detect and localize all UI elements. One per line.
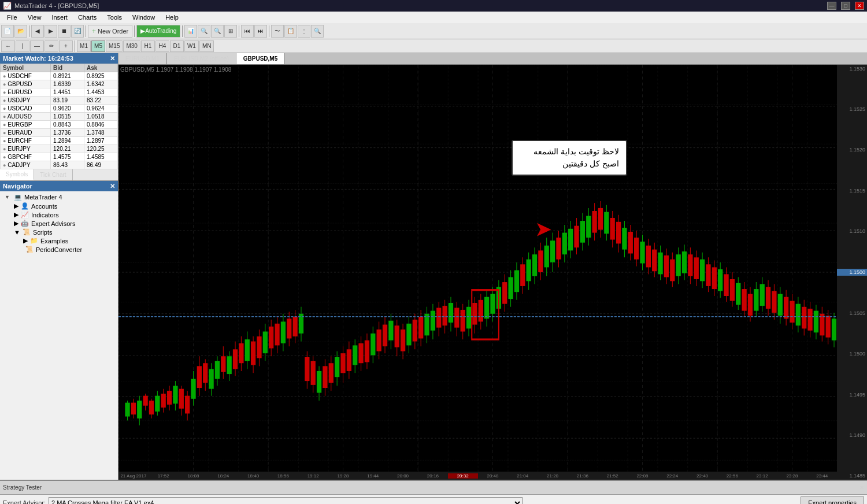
market-watch-row[interactable]: ● USDJPY 83.19 83.22	[1, 97, 118, 105]
market-watch-row[interactable]: ● EURAUD 1.3736 1.3748	[1, 129, 118, 137]
period-mn[interactable]: MN	[199, 40, 214, 52]
market-watch-row[interactable]: ● EURJPY 120.21 120.25	[1, 145, 118, 153]
market-watch-row[interactable]: ● GBPUSD 1.6339 1.6342	[1, 80, 118, 88]
col-ask: Ask	[84, 64, 118, 72]
indicator-btn[interactable]: 〜	[271, 25, 284, 38]
sep5	[239, 25, 239, 37]
nav-item-scripts[interactable]: ▼ 📜 Scripts	[12, 228, 118, 236]
menu-insert[interactable]: Insert	[47, 13, 72, 22]
period-d1[interactable]: D1	[170, 40, 184, 52]
time-8: 19:28	[328, 473, 358, 479]
svg-rect-152	[520, 264, 525, 286]
period-m30[interactable]: M30	[123, 40, 140, 52]
scroll-left-btn[interactable]: ⏮	[241, 25, 254, 38]
stop-btn[interactable]: ⏹	[58, 25, 71, 38]
svg-rect-90	[335, 357, 339, 377]
mw-ask: 1.6342	[84, 80, 118, 88]
market-watch-row[interactable]: ● GBPCHF 1.4575 1.4585	[1, 153, 118, 161]
search-btn2[interactable]: 🔍	[311, 25, 324, 38]
svg-rect-176	[592, 211, 596, 233]
tab-gbpusd-m5[interactable]: GBPUSD,M5	[236, 53, 285, 64]
maximize-button[interactable]: □	[841, 2, 850, 10]
time-22: 23:12	[747, 473, 777, 479]
scroll-right-btn[interactable]: ⏭	[254, 25, 267, 38]
menu-window[interactable]: Window	[128, 13, 160, 22]
market-watch-row[interactable]: ● EURGBP 0.8843 0.8846	[1, 121, 118, 129]
period-converter-icon: 📜	[25, 246, 34, 253]
market-watch-row[interactable]: ● AUDUSD 1.0515 1.0518	[1, 113, 118, 121]
nav-item-examples[interactable]: ▶ 📁 Examples	[21, 236, 118, 245]
market-watch-row[interactable]: ● USDCHF 0.8921 0.8925	[1, 72, 118, 80]
market-watch-row[interactable]: ● EURCHF 1.2894 1.2897	[1, 137, 118, 145]
svg-rect-22	[131, 403, 136, 415]
expert-properties-button[interactable]: Expert properties	[801, 496, 864, 504]
market-watch-close[interactable]: ✕	[110, 55, 115, 62]
period-m1[interactable]: M1	[77, 40, 91, 52]
new-btn[interactable]: 📄	[1, 25, 14, 38]
open-btn[interactable]: 📂	[14, 25, 27, 38]
menu-charts[interactable]: Charts	[73, 13, 101, 22]
new-order-button[interactable]: +New Order	[88, 25, 132, 38]
tab-eurusd-m1[interactable]: EURUSD,M1	[118, 53, 167, 64]
menu-file[interactable]: File	[2, 13, 22, 22]
market-watch-row[interactable]: ● CADJPY 86.43 86.49	[1, 161, 118, 169]
draw-btn[interactable]: ✏	[45, 40, 58, 52]
svg-rect-82	[311, 361, 316, 385]
zoom-in-btn[interactable]: 🔍	[198, 25, 210, 38]
expand-ea: ▶	[14, 220, 18, 227]
menu-tools[interactable]: Tools	[102, 13, 127, 22]
grid-btn[interactable]: ⊞	[224, 25, 237, 38]
tab-eurusd-m2[interactable]: EURUSD,M2 (offline)	[167, 53, 236, 64]
tab-tick-chart[interactable]: Tick Chart	[34, 169, 72, 180]
ea-dropdown[interactable]: 2 MA Crosses Mega filter EA V1.ex4	[49, 497, 523, 504]
chart-line-btn[interactable]: 📊	[184, 25, 197, 38]
zoom-out-btn[interactable]: 🔍	[211, 25, 224, 38]
market-watch-row[interactable]: ● USDCAD 0.9620 0.9624	[1, 105, 118, 113]
minus-btn[interactable]: —	[30, 40, 44, 52]
period-h4[interactable]: H4	[155, 40, 169, 52]
period-sep-btn[interactable]: ⋮	[298, 25, 310, 38]
period-h1[interactable]: H1	[141, 40, 155, 52]
prev-btn[interactable]: ◀	[31, 25, 44, 38]
svg-rect-178	[598, 208, 603, 230]
refresh-btn[interactable]: 🔄	[71, 25, 84, 38]
template-btn[interactable]: 📋	[284, 25, 297, 38]
market-watch-row[interactable]: ● EURUSD 1.4451 1.4453	[1, 88, 118, 97]
svg-rect-218	[718, 269, 722, 291]
cross-btn[interactable]: +	[59, 40, 73, 52]
nav-item-mt4[interactable]: ▼ 💻 MetaTrader 4	[0, 192, 118, 202]
svg-rect-122	[431, 311, 435, 331]
period-m5[interactable]: M5	[91, 40, 105, 52]
svg-rect-158	[538, 250, 543, 272]
arrow-left-btn[interactable]: ←	[1, 40, 15, 52]
period-m15[interactable]: M15	[106, 40, 123, 52]
svg-rect-26	[143, 396, 147, 406]
chart-canvas[interactable]: GBPUSD,M5 1.1907 1.1908 1.1907 1.1908	[118, 65, 867, 480]
chart-info: GBPUSD,M5 1.1907 1.1908 1.1907 1.1908	[120, 66, 231, 73]
period-w1[interactable]: W1	[184, 40, 199, 52]
nav-item-indicators[interactable]: ▶ 📈 Indicators	[12, 210, 118, 219]
arrow-right-btn[interactable]: |	[16, 40, 29, 52]
time-21: 22:56	[717, 473, 747, 479]
nav-label-examples: Examples	[40, 238, 68, 244]
minimize-button[interactable]: —	[827, 2, 836, 10]
market-watch-header: Market Watch: 16:24:53 ✕	[0, 53, 118, 64]
nav-item-expert-advisors[interactable]: ▶ 🤖 Expert Advisors	[12, 219, 118, 228]
nav-item-accounts[interactable]: ▶ 👤 Accounts	[12, 202, 118, 210]
next-btn[interactable]: ▶	[45, 25, 57, 38]
menu-view[interactable]: View	[23, 13, 46, 22]
menu-help[interactable]: Help	[161, 13, 183, 22]
st-close[interactable]: ✕	[859, 484, 864, 491]
svg-rect-196	[652, 250, 657, 272]
tab-symbols[interactable]: Symbols	[0, 169, 34, 180]
expand-examples: ▶	[23, 237, 28, 244]
mw-ask: 0.8846	[84, 121, 118, 129]
svg-rect-244	[796, 304, 801, 326]
col-bid: Bid	[51, 64, 84, 72]
nav-item-period-converter[interactable]: 📜 PeriodConverter	[21, 245, 118, 254]
mw-bid: 86.43	[51, 161, 84, 169]
close-button[interactable]: ✕	[855, 2, 864, 10]
market-watch-table: Symbol Bid Ask ● USDCHF 0.8921 0.8925 ● …	[0, 64, 118, 169]
autotrading-btn[interactable]: ▶ AutoTrading	[136, 25, 180, 38]
navigator-close[interactable]: ✕	[110, 183, 115, 190]
